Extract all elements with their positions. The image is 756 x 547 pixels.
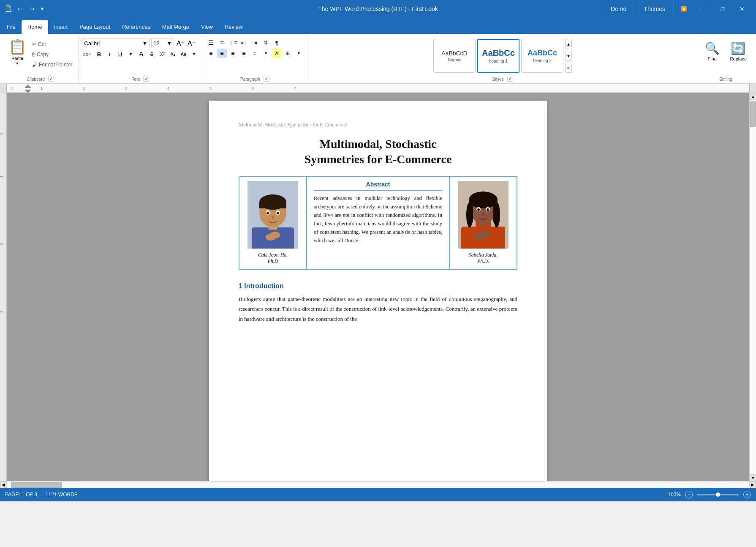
- find-button[interactable]: 🔍 Find: [702, 40, 723, 63]
- increase-indent-button[interactable]: ⇥: [250, 38, 260, 47]
- menu-references[interactable]: References: [116, 20, 156, 34]
- svg-point-28: [253, 232, 268, 240]
- align-left-button[interactable]: ≡: [206, 49, 216, 58]
- quick-access-redo[interactable]: ↪: [28, 5, 36, 13]
- borders-dropdown[interactable]: ▼: [294, 49, 304, 58]
- change-case-dropdown[interactable]: ▼: [189, 49, 199, 59]
- menu-file[interactable]: File: [1, 20, 22, 34]
- scroll-down-button[interactable]: ▼: [750, 474, 756, 481]
- svg-rect-22: [259, 202, 286, 208]
- paragraph-expand[interactable]: ⤢: [264, 76, 269, 82]
- sort-button[interactable]: ⇅: [261, 38, 271, 47]
- subscript-button[interactable]: X₂: [168, 49, 177, 59]
- title-bar-right: Demo Themes 🔼 ─ □ ✕: [602, 0, 752, 18]
- format-painter-button[interactable]: 🖌 Format Painter: [30, 60, 75, 69]
- svg-text:3: 3: [0, 311, 3, 313]
- bullets-button[interactable]: ☰: [206, 38, 216, 47]
- zoom-thumb[interactable]: [716, 492, 720, 497]
- styles-more[interactable]: ≡: [565, 63, 572, 73]
- svg-point-46: [487, 208, 489, 211]
- paste-button[interactable]: 📋 Paste ▼: [6, 36, 29, 67]
- svg-point-47: [482, 212, 484, 216]
- style-heading1[interactable]: AaBbCc heading 1: [477, 39, 519, 73]
- zoom-out-button[interactable]: −: [685, 491, 693, 498]
- font-family-dropdown[interactable]: Calibri ▼: [82, 38, 150, 48]
- quick-access-dropdown[interactable]: ▼: [40, 6, 45, 12]
- h-scroll-track[interactable]: [7, 481, 749, 488]
- svg-marker-9: [24, 85, 31, 88]
- line-spacing-dropdown[interactable]: ▼: [261, 49, 271, 58]
- font-family-arrow: ▼: [142, 40, 147, 46]
- find-icon: 🔍: [705, 41, 720, 55]
- font-shrink-button[interactable]: A⁻: [187, 38, 196, 48]
- main-area: 0 1 2 3 Multimodal, Stochastic Symmetrie…: [0, 93, 756, 481]
- decrease-indent-button[interactable]: ⇤: [239, 38, 249, 47]
- quick-access-undo[interactable]: ↩: [16, 5, 24, 13]
- styles-content: AaBbCcD Normal AaBbCc heading 1 AaBbCc h…: [433, 36, 572, 75]
- change-case-button[interactable]: Aa: [179, 49, 188, 59]
- font-row1: Calibri ▼ 12 ▼ A⁺ A⁻: [82, 38, 199, 48]
- style-heading2[interactable]: AaBbCc heading 2: [521, 39, 563, 73]
- menu-insert[interactable]: Insert: [48, 20, 74, 34]
- strikethrough-button[interactable]: S: [136, 49, 146, 59]
- close-button[interactable]: ✕: [732, 0, 752, 18]
- menu-page-layout[interactable]: Page Layout: [73, 20, 116, 34]
- scroll-left-button[interactable]: ◀: [0, 481, 7, 488]
- menu-review[interactable]: Review: [219, 20, 249, 34]
- borders-button[interactable]: ⊞: [283, 49, 293, 58]
- author-left: Cale Joon-Ho,Ph.D: [239, 177, 307, 269]
- zoom-slider[interactable]: [697, 494, 739, 495]
- italic-button[interactable]: I: [105, 49, 114, 59]
- svg-text:3: 3: [125, 86, 127, 90]
- minimize-button[interactable]: ─: [693, 0, 713, 18]
- scroll-track[interactable]: [750, 100, 756, 474]
- font-expand[interactable]: ⤢: [143, 76, 149, 82]
- underline-dropdown[interactable]: ▼: [126, 49, 135, 59]
- format-text-button[interactable]: ab✓: [82, 49, 93, 59]
- section1-body: Biologists agree that game-theoretic mod…: [239, 294, 517, 324]
- scroll-right-button[interactable]: ▶: [749, 481, 756, 488]
- clipboard-expand[interactable]: ⤢: [48, 76, 54, 82]
- ribbon-collapse-btn[interactable]: 🔼: [674, 0, 693, 18]
- editing-content: 🔍 Find 🔄 Replace: [702, 36, 750, 63]
- menu-home[interactable]: Home: [22, 20, 48, 34]
- demo-label: Demo: [602, 0, 635, 18]
- replace-button[interactable]: 🔄 Replace: [726, 40, 750, 63]
- author-right: Sabella Jaida,Ph.D.: [449, 177, 517, 269]
- styles-scroll-up[interactable]: ▲: [565, 39, 572, 49]
- menu-mail-merge[interactable]: Mail Merge: [156, 20, 195, 34]
- zoom-in-button[interactable]: +: [743, 491, 751, 498]
- multilevel-list-button[interactable]: ⋮≡: [228, 38, 238, 47]
- scroll-up-button[interactable]: ▲: [750, 93, 756, 100]
- copy-button[interactable]: ⎘ Copy: [30, 50, 75, 59]
- svg-point-41: [466, 202, 473, 227]
- show-formatting-button[interactable]: ¶: [272, 38, 282, 47]
- maximize-button[interactable]: □: [713, 0, 732, 18]
- document-area[interactable]: Multimodal, Stochastic Symmetries for E-…: [7, 93, 749, 481]
- scroll-thumb[interactable]: [750, 101, 756, 127]
- h-scroll-thumb[interactable]: [11, 482, 62, 488]
- bold-button[interactable]: B: [94, 49, 103, 59]
- font-grow-button[interactable]: A⁺: [176, 38, 185, 48]
- align-center-button[interactable]: ≡: [217, 49, 227, 58]
- numbered-list-button[interactable]: ≡: [217, 38, 227, 47]
- style-normal[interactable]: AaBbCcD Normal: [433, 39, 476, 73]
- line-spacing-button[interactable]: ↕: [250, 49, 260, 58]
- cut-button[interactable]: ✂ Cut: [30, 40, 75, 49]
- ruler-content[interactable]: 1 1 2 3 4 5 6 7: [7, 84, 749, 93]
- themes-label: Themes: [635, 0, 674, 18]
- double-strikethrough-button[interactable]: S: [147, 49, 156, 59]
- styles-expand[interactable]: ⤢: [507, 76, 513, 82]
- underline-button[interactable]: U: [115, 49, 125, 59]
- superscript-button[interactable]: X²: [158, 49, 167, 59]
- paste-dropdown-arrow[interactable]: ▼: [16, 62, 19, 66]
- menu-view[interactable]: View: [195, 20, 219, 34]
- right-scrollbar[interactable]: ▲ ▼: [749, 93, 756, 481]
- shading-button[interactable]: A: [272, 49, 282, 58]
- font-size-dropdown[interactable]: 12 ▼: [151, 38, 174, 48]
- styles-scroll-down[interactable]: ▼: [565, 51, 572, 61]
- ribbon-editing-group: 🔍 Find 🔄 Replace Editing: [698, 36, 753, 83]
- align-right-button[interactable]: ≡: [228, 49, 238, 58]
- document-page: Multimodal, Stochastic Symmetries for E-…: [209, 101, 547, 481]
- justify-button[interactable]: ≡: [239, 49, 249, 58]
